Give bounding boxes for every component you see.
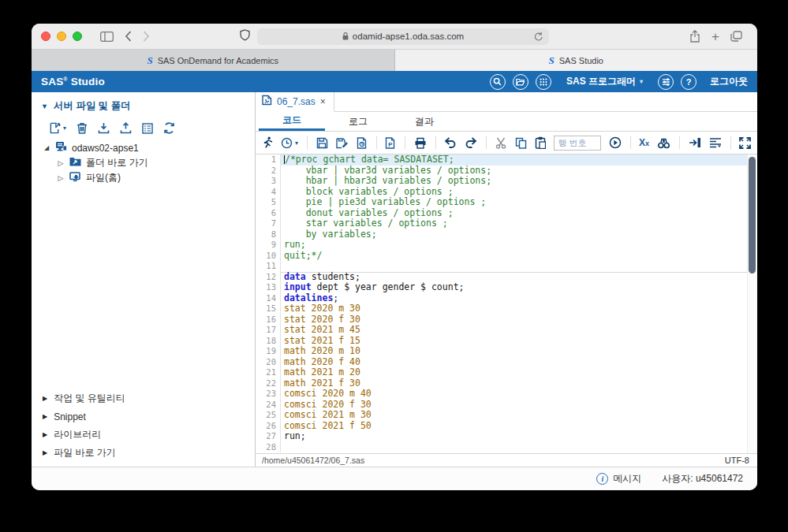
- line-number: 26: [256, 421, 281, 432]
- new-tab-icon[interactable]: +: [711, 30, 719, 43]
- code-line[interactable]: 26comsci 2021 f 50: [256, 421, 757, 432]
- tab-overview-icon[interactable]: [730, 31, 742, 42]
- sidebar-panel-server-files[interactable]: ▼ 서버 파일 및 폴더: [32, 92, 255, 116]
- code-line[interactable]: 5 pie | pie3d variables / options ;: [256, 197, 757, 208]
- code-line[interactable]: 8 by variables;: [256, 229, 757, 240]
- new-item-button[interactable]: ▾: [49, 122, 66, 134]
- sidebar-section-0[interactable]: ▶작업 및 유틸리티: [32, 389, 255, 407]
- code-line[interactable]: 14datalines;: [256, 293, 757, 304]
- browser-tab-sas-studio[interactable]: S SAS Studio: [395, 50, 758, 71]
- maximize-view-button[interactable]: [739, 137, 751, 149]
- find-replace-button[interactable]: [657, 137, 670, 149]
- code-line[interactable]: 27run;: [256, 431, 757, 442]
- code-line[interactable]: 6 donut variables / options ;: [256, 208, 757, 219]
- copy-button[interactable]: [515, 137, 527, 149]
- code-line[interactable]: 4 block variables / options ;: [256, 187, 757, 198]
- format-code-button[interactable]: [709, 137, 722, 148]
- save-button[interactable]: [316, 137, 328, 149]
- close-tab-icon[interactable]: ×: [320, 96, 326, 107]
- tab-results[interactable]: 결과: [391, 112, 457, 131]
- code-line[interactable]: 1/*proc gchart data= SASDATASET;: [256, 154, 757, 166]
- app-title: SAS® Studio: [41, 76, 105, 87]
- download-button[interactable]: [98, 122, 110, 134]
- code-line[interactable]: 20math 2020 f 40: [256, 357, 757, 368]
- logout-button[interactable]: 로그아웃: [710, 75, 748, 88]
- code-line[interactable]: 23comsci 2020 m 40: [256, 389, 757, 400]
- address-bar[interactable]: odamid-apse1.oda.sas.com: [257, 28, 549, 45]
- panel-expanded-icon: ▼: [41, 102, 48, 110]
- apps-grid-icon[interactable]: [536, 74, 551, 90]
- privacy-shield-icon[interactable]: [240, 29, 250, 44]
- code-line[interactable]: 13input dept $ year gender $ count;: [256, 282, 757, 293]
- code-line[interactable]: 16stat 2020 f 30: [256, 314, 757, 326]
- messages-button[interactable]: i 메시지: [596, 472, 641, 485]
- goto-region-button[interactable]: [689, 137, 701, 148]
- code-line[interactable]: 3 hbar | hbar3d variables / options;: [256, 176, 757, 187]
- tab-code[interactable]: 코드: [259, 112, 325, 131]
- code-line[interactable]: 2 vbar | vbar3d variables / options;: [256, 166, 757, 177]
- undo-button[interactable]: [444, 137, 457, 148]
- code-line[interactable]: 21math 2021 m 20: [256, 367, 757, 378]
- tree-node-folder-shortcuts[interactable]: ▷ 폴더 바로 가기: [32, 155, 255, 170]
- code-editor[interactable]: 1/*proc gchart data= SASDATASET;2 vbar |…: [256, 154, 757, 453]
- chevron-down-icon: ▾: [295, 140, 298, 147]
- line-number: 3: [256, 176, 281, 187]
- share-icon[interactable]: [689, 30, 700, 43]
- run-button[interactable]: [262, 136, 273, 149]
- properties-button[interactable]: [142, 123, 153, 134]
- sidebar-section-3[interactable]: ▶파일 바로 가기: [32, 444, 255, 462]
- sidebar-section-1[interactable]: ▶Snippet: [32, 407, 255, 426]
- code-line[interactable]: 7 star variables / options ;: [256, 218, 757, 229]
- editor-scrollbar[interactable]: [747, 154, 757, 453]
- code-line[interactable]: 19math 2020 m 10: [256, 346, 757, 357]
- open-folder-icon[interactable]: [513, 74, 528, 90]
- code-line[interactable]: 15stat 2020 m 30: [256, 303, 757, 314]
- preferences-icon[interactable]: [658, 74, 674, 90]
- redo-button[interactable]: [465, 137, 477, 148]
- role-selector[interactable]: SAS 프로그래머 ▾: [566, 75, 643, 88]
- editor-pane: 06_7.sas × 코드 로그 결과 ▾: [256, 92, 757, 467]
- forward-button[interactable]: [143, 31, 150, 42]
- cut-button[interactable]: [495, 137, 507, 149]
- document-tab[interactable]: 06_7.sas ×: [256, 92, 334, 112]
- tree-collapsed-icon[interactable]: ▷: [57, 174, 65, 182]
- close-window-button[interactable]: [41, 32, 50, 41]
- minimize-window-button[interactable]: [57, 32, 66, 41]
- paste-button[interactable]: [535, 136, 546, 149]
- back-button[interactable]: [125, 31, 132, 42]
- code-line[interactable]: 10quit;*/: [256, 251, 757, 262]
- tree-expanded-icon[interactable]: ◢: [43, 144, 50, 151]
- code-line[interactable]: 22math 2021 f 30: [256, 378, 757, 389]
- refresh-button[interactable]: [163, 122, 175, 134]
- browser-tab-sas-ondemand[interactable]: S SAS OnDemand for Academics: [32, 50, 395, 71]
- line-number-input[interactable]: [554, 136, 601, 151]
- code-line[interactable]: 25comsci 2021 m 30: [256, 410, 757, 421]
- code-line[interactable]: 11: [256, 261, 757, 272]
- reload-icon[interactable]: [534, 32, 543, 43]
- delete-button[interactable]: [77, 122, 88, 134]
- tab-log[interactable]: 로그: [325, 112, 391, 131]
- tree-collapsed-icon[interactable]: ▷: [57, 159, 65, 167]
- submission-history-button[interactable]: ▾: [281, 137, 298, 149]
- scrollbar-thumb[interactable]: [749, 157, 756, 273]
- code-line[interactable]: 24comsci 2020 f 30: [256, 400, 757, 411]
- tree-node-files-home[interactable]: ▷ 파일(홈): [32, 170, 255, 185]
- code-line[interactable]: 17stat 2021 m 45: [256, 325, 757, 336]
- save-as-button[interactable]: [336, 137, 349, 149]
- code-line[interactable]: 28: [256, 442, 757, 453]
- search-icon[interactable]: [490, 74, 506, 90]
- print-button[interactable]: [414, 137, 427, 149]
- program-summary-button[interactable]: P: [385, 137, 396, 149]
- zoom-window-button[interactable]: [73, 32, 82, 41]
- tree-node-server[interactable]: ◢ odaws02-apse1: [32, 140, 255, 155]
- clear-code-button[interactable]: Xx: [639, 138, 649, 147]
- code-line[interactable]: 9run;: [256, 240, 757, 251]
- sidebar-toggle-icon[interactable]: [100, 32, 114, 42]
- upload-button[interactable]: [120, 122, 132, 134]
- code-line[interactable]: 18stat 2021 f 15: [256, 336, 757, 347]
- goto-line-button[interactable]: [609, 136, 622, 149]
- sidebar-section-2[interactable]: ▶라이브러리: [32, 426, 255, 444]
- code-line[interactable]: 12data students;: [256, 272, 757, 283]
- print-preview-button[interactable]: [357, 137, 368, 149]
- help-icon[interactable]: ?: [681, 74, 697, 90]
